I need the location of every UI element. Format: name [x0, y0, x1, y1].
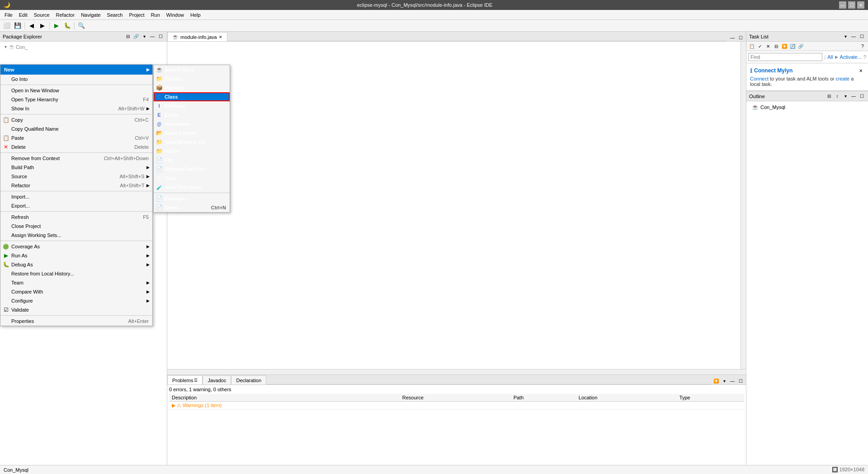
search-button[interactable]: 🔍: [76, 21, 86, 31]
debug-button[interactable]: 🐛: [62, 21, 72, 31]
context-menu-compare-with[interactable]: Compare With: [0, 287, 152, 296]
minimize-panel-button[interactable]: —: [149, 33, 156, 40]
context-menu-paste[interactable]: 📋 Paste Ctrl+V: [0, 133, 152, 142]
editor-tab-module-info[interactable]: ☕ module-info.java ✕: [167, 32, 227, 41]
problems-menu-button[interactable]: ▾: [721, 377, 728, 384]
view-menu-button[interactable]: ▾: [141, 33, 148, 40]
outline-menu-button[interactable]: ▾: [842, 93, 849, 100]
submenu-folder[interactable]: 📁 Folder: [154, 147, 230, 156]
new-task-button[interactable]: 📋: [748, 43, 755, 50]
menu-run[interactable]: Run: [148, 11, 163, 19]
new-button[interactable]: ⬜: [2, 21, 12, 31]
maximize-task-list-button[interactable]: ☐: [858, 33, 865, 40]
activate-link[interactable]: Activate...: [840, 54, 862, 60]
context-menu-copy-qualified-name[interactable]: Copy Qualified Name: [0, 124, 152, 133]
submenu-example[interactable]: 📄 Example...: [154, 194, 230, 203]
menu-file[interactable]: File: [2, 11, 15, 19]
context-menu-go-into[interactable]: Go Into: [0, 75, 152, 84]
minimize-outline-button[interactable]: —: [850, 93, 857, 100]
context-menu-refactor[interactable]: Refactor Alt+Shift+T >: [0, 181, 152, 190]
minimize-button[interactable]: —: [839, 1, 846, 9]
find-input[interactable]: [748, 53, 822, 61]
editor-tab-close[interactable]: ✕: [219, 35, 222, 39]
task-list-menu-button[interactable]: ▾: [842, 33, 849, 40]
collapse-all-button[interactable]: ⊟: [124, 33, 132, 40]
maximize-editor-button[interactable]: ☐: [737, 34, 744, 41]
context-menu-run-as[interactable]: ▶ Run As: [0, 251, 152, 260]
context-menu-delete[interactable]: ✕ Delete Delete: [0, 142, 152, 152]
maximize-outline-button[interactable]: ☐: [858, 93, 865, 100]
context-menu-validate[interactable]: ☑ Validate: [0, 305, 152, 314]
editor-content[interactable]: [167, 42, 746, 369]
vertical-scrollbar[interactable]: [741, 42, 746, 369]
menu-refactor[interactable]: Refactor: [53, 11, 78, 19]
submenu-task[interactable]: ✓ Task: [154, 174, 230, 183]
context-menu-copy[interactable]: 📋 Copy Ctrl+C: [0, 115, 152, 124]
table-row[interactable]: ▶ ⚠ Warnings (1 item): [169, 402, 744, 410]
back-button[interactable]: ◀: [27, 21, 37, 31]
help-task-button[interactable]: ?: [859, 43, 866, 50]
filter-button[interactable]: 🔽: [712, 377, 720, 384]
context-menu-team[interactable]: Team: [0, 278, 152, 287]
context-menu-open-new-window[interactable]: Open in New Window: [0, 86, 152, 95]
task-list-filter-button[interactable]: 🔽: [781, 43, 788, 50]
context-menu-configure[interactable]: Configure: [0, 296, 152, 305]
outline-sort-button[interactable]: ↕: [834, 93, 841, 100]
all-link[interactable]: All: [827, 54, 833, 60]
context-menu-assign-working-sets[interactable]: Assign Working Sets...: [0, 231, 152, 240]
tab-declaration[interactable]: Declaration: [231, 375, 266, 384]
connect-link[interactable]: Connect: [750, 76, 769, 81]
menu-navigate[interactable]: Navigate: [78, 11, 103, 19]
context-menu-build-path[interactable]: Build Path: [0, 163, 152, 172]
mylyn-close-button[interactable]: ✕: [857, 67, 864, 74]
link-task-button[interactable]: 🔗: [797, 43, 804, 50]
submenu-interface[interactable]: I Interface: [154, 101, 230, 110]
submenu-java-project[interactable]: ☕ Java Project: [154, 65, 230, 74]
minimize-editor-button[interactable]: —: [729, 34, 736, 41]
submenu-enum[interactable]: E Enum: [154, 110, 230, 119]
run-button[interactable]: ▶: [52, 21, 61, 31]
menu-edit[interactable]: Edit: [16, 11, 30, 19]
maximize-bottom-button[interactable]: ☐: [737, 377, 744, 384]
mark-done-button[interactable]: ✓: [756, 43, 764, 50]
submenu-junit-test-case[interactable]: 🧪 JUnit Test Case: [154, 183, 230, 192]
context-menu-refresh[interactable]: Refresh F5: [0, 213, 152, 222]
tree-item-project[interactable]: ▼ ☕ Con_: [2, 43, 165, 50]
refresh-task-button[interactable]: 🔄: [789, 43, 796, 50]
minimize-task-list-button[interactable]: —: [850, 33, 857, 40]
submenu-source-folder[interactable]: 📂 Source Folder: [154, 128, 230, 137]
context-menu-source[interactable]: Source Alt+Shift+S >: [0, 172, 152, 181]
horizontal-scrollbar[interactable]: [167, 369, 746, 374]
submenu-package[interactable]: 📦 Package: [154, 83, 230, 92]
context-menu-show-in[interactable]: Show In Alt+Shift+W >: [0, 104, 152, 113]
context-menu-coverage-as[interactable]: 🟢 Coverage As: [0, 242, 152, 251]
warning-expand-icon[interactable]: ▶: [172, 403, 175, 408]
tab-problems[interactable]: Problems ☰: [167, 375, 203, 384]
context-menu-open-type-hierarchy[interactable]: Open Type Hierarchy F4: [0, 95, 152, 104]
context-menu-import[interactable]: Import...: [0, 192, 152, 201]
delete-task-button[interactable]: ✕: [764, 43, 772, 50]
context-menu-new[interactable]: New ☕ Java Project 📁 Project... 📦 Packag…: [0, 65, 152, 75]
context-menu-properties[interactable]: Properties Alt+Enter: [0, 317, 152, 326]
minimize-bottom-button[interactable]: —: [729, 377, 736, 384]
help-icon[interactable]: ?: [863, 54, 866, 60]
context-menu-remove-from-context[interactable]: Remove from Context Ctrl+Alt+Shift+Down: [0, 154, 152, 163]
context-menu-restore-from-history[interactable]: Restore from Local History...: [0, 269, 152, 278]
submenu-class[interactable]: C Class: [154, 92, 230, 101]
submenu-other[interactable]: 📄 Other... Ctrl+N: [154, 203, 230, 212]
menu-project[interactable]: Project: [126, 11, 147, 19]
save-button[interactable]: 💾: [13, 21, 23, 31]
context-menu-export[interactable]: Export...: [0, 201, 152, 210]
outline-item-con-mysql[interactable]: ☕ Con_Mysql: [748, 103, 866, 111]
create-link[interactable]: create: [836, 76, 850, 81]
submenu-java-working-set[interactable]: 📁 Java Working Set: [154, 137, 230, 147]
submenu-untitled-text-file[interactable]: 📄 Untitled Text File: [154, 165, 230, 174]
menu-window[interactable]: Window: [164, 11, 187, 19]
context-menu-debug-as[interactable]: 🐛 Debug As: [0, 260, 152, 269]
maximize-panel-button[interactable]: ☐: [157, 33, 164, 40]
submenu-project[interactable]: 📁 Project...: [154, 74, 230, 83]
submenu-file[interactable]: 📄 File: [154, 156, 230, 165]
close-button[interactable]: ✕: [857, 1, 864, 9]
context-menu-close-project[interactable]: Close Project: [0, 222, 152, 231]
submenu-annotation[interactable]: @ Annotation: [154, 119, 230, 128]
